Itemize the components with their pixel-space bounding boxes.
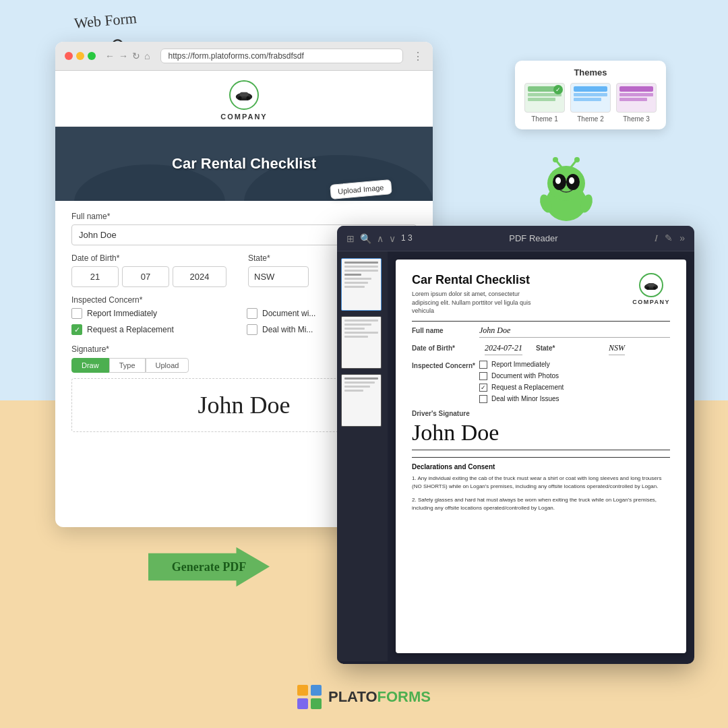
browser-menu-icon[interactable]: ⋮ (413, 50, 423, 63)
sig-tab-upload[interactable]: Upload (146, 358, 189, 373)
checkbox-replacement[interactable]: ✓ Request a Replacement (71, 324, 241, 335)
home-icon[interactable]: ⌂ (144, 51, 150, 61)
pdf-cb-document-box (479, 372, 487, 380)
pdf-inspected-label: Inspected Concern* (412, 361, 479, 369)
pdf-thumb-2[interactable] (341, 316, 382, 369)
platoforms-logo (297, 685, 322, 709)
plato-text: PLATO (328, 688, 377, 705)
svg-rect-4 (240, 92, 248, 96)
pdf-down-icon[interactable]: ∨ (389, 233, 396, 244)
pdf-fullname-value: John Doe (479, 326, 670, 338)
pdf-checkboxes-section: Inspected Concern* Report Immediately Do… (412, 361, 670, 403)
svg-point-3 (246, 96, 249, 100)
pdf-cb-report-box (479, 361, 487, 369)
svg-point-19 (646, 286, 649, 289)
signature-cursive: John Doe (198, 391, 291, 419)
pdf-sig-section: Driver's Signature John Doe (412, 410, 670, 450)
theme-card-2[interactable]: Theme 2 (570, 83, 611, 123)
pdf-thumb-1[interactable] (341, 258, 382, 311)
pdf-thumbnails (337, 251, 388, 661)
dob-day-input[interactable] (71, 266, 119, 287)
pdf-sig-cursive: John Doe (412, 420, 670, 446)
pdf-up-icon[interactable]: ∧ (377, 233, 384, 244)
pdf-more-icon[interactable]: » (679, 233, 685, 244)
sig-tab-type[interactable]: Type (109, 358, 146, 373)
theme-label-2: Theme 2 (577, 115, 603, 123)
browser-url[interactable]: https://form.platoforms.com/frabsdfsdf (160, 49, 403, 63)
theme-label-1: Theme 1 (531, 115, 557, 123)
sig-tab-draw[interactable]: Draw (71, 358, 109, 373)
svg-rect-21 (648, 282, 655, 286)
pdf-sig-label: Driver's Signature (412, 410, 670, 417)
pdf-decl-text-1: 1. Any individual exiting the cab of the… (412, 475, 670, 491)
checkbox-replacement-box[interactable]: ✓ (71, 324, 82, 335)
state-section: State* (248, 253, 309, 287)
web-form-label: Web Form (73, 9, 138, 32)
pdf-cursor-icon[interactable]: 𝐼 (655, 233, 658, 244)
platoforms-name: PLATOFORMS (328, 688, 431, 706)
form-company-header: COMPANY (55, 71, 433, 127)
svg-rect-23 (297, 685, 308, 696)
dob-year-input[interactable] (173, 266, 226, 287)
themes-row: ✓ Theme 1 Theme 2 Theme 3 (524, 83, 657, 123)
pdf-title-block: Car Rental Checklist Lorem ipsum dolor s… (412, 273, 547, 315)
pdf-dob-state-row: Date of Birth* 2024-07-21 State* NSW (412, 343, 670, 355)
checkbox-document-box[interactable] (247, 308, 257, 319)
pdf-divider-1 (412, 321, 670, 322)
browser-bar: ← → ↻ ⌂ https://form.platoforms.com/frab… (55, 42, 433, 71)
dob-month-input[interactable] (122, 266, 169, 287)
generate-pdf-section: Generate PDF (148, 547, 270, 590)
pdf-dob-value: 2024-07-21 (485, 343, 522, 355)
state-label: State* (248, 253, 309, 263)
full-name-label: Full name* (71, 212, 417, 221)
pdf-dob-block: Date of Birth* 2024-07-21 (412, 343, 522, 355)
svg-point-12 (553, 157, 558, 162)
checkbox-replacement-label: Request a Replacement (87, 325, 174, 334)
state-input[interactable] (248, 266, 309, 287)
pdf-columns-icon[interactable]: ⊞ (346, 233, 355, 244)
pdf-checkboxes-list: Report Immediately Document with Photos … (479, 361, 564, 403)
pdf-cb-replacement-box: ✓ (479, 384, 487, 392)
refresh-icon[interactable]: ↻ (132, 51, 140, 61)
dot-yellow[interactable] (76, 52, 84, 60)
mascot (536, 155, 597, 222)
svg-point-20 (653, 286, 656, 289)
checkbox-report-label: Report Immediately (87, 309, 157, 318)
theme-card-1[interactable]: ✓ Theme 1 (524, 83, 565, 123)
checkbox-report-box[interactable] (71, 308, 82, 319)
checkbox-deal-label: Deal with Mi... (262, 325, 313, 334)
pdf-state-value: NSW (609, 343, 625, 355)
pdf-fullname-row: Full name John Doe (412, 326, 670, 338)
forms-text: FORMS (377, 688, 431, 705)
theme-label-3: Theme 3 (623, 115, 649, 123)
checkbox-report[interactable]: Report Immediately (71, 308, 241, 319)
pdf-cb-document: Document with Photos (479, 372, 564, 380)
svg-point-10 (569, 177, 574, 184)
dot-red[interactable] (65, 52, 73, 60)
pdf-thumb-3[interactable] (341, 374, 382, 427)
pdf-company-name: COMPANY (632, 299, 670, 305)
pdf-declarations: Declarations and Consent 1. Any individu… (412, 457, 670, 512)
dob-inputs (71, 266, 226, 287)
forward-icon[interactable]: → (119, 51, 128, 61)
pdf-cb-replacement: ✓ Request a Replacement (479, 384, 564, 392)
company-logo (229, 80, 259, 110)
pdf-reader-body: Car Rental Checklist Lorem ipsum dolor s… (337, 251, 694, 661)
checkbox-deal-box[interactable] (247, 324, 257, 335)
pdf-cb-document-label: Document with Photos (491, 372, 559, 380)
pdf-page-count: 1 3 (401, 233, 413, 244)
pdf-page: Car Rental Checklist Lorem ipsum dolor s… (396, 260, 686, 653)
svg-point-2 (238, 96, 241, 100)
pdf-sig-divider (412, 450, 670, 450)
pdf-decl-text-2: 2. Safety glasses and hard hat must alwa… (412, 496, 670, 512)
pdf-search-icon[interactable]: 🔍 (360, 233, 371, 244)
svg-point-9 (555, 177, 561, 184)
theme-card-3[interactable]: Theme 3 (616, 83, 657, 123)
back-icon[interactable]: ← (105, 51, 115, 61)
generate-pdf-label: Generate PDF (172, 560, 246, 574)
dot-green[interactable] (88, 52, 96, 60)
pdf-description: Lorem ipsum dolor sit amet, consectetur … (412, 290, 547, 315)
pdf-edit-icon[interactable]: ✎ (665, 233, 673, 244)
svg-rect-24 (311, 685, 322, 696)
browser-dots (65, 52, 96, 60)
